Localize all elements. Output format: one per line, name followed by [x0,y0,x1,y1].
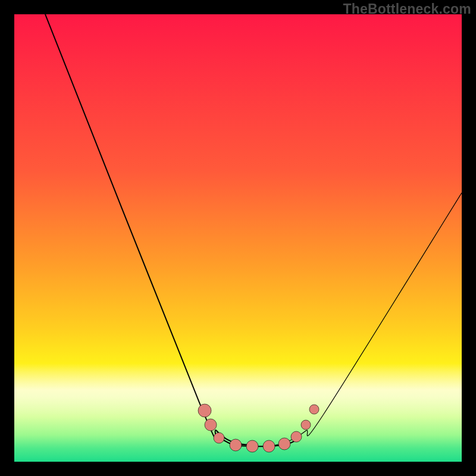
chart-svg [14,14,462,462]
marker-dot [301,420,311,430]
marker-dot [309,405,319,414]
marker-dot [214,433,224,443]
marker-group [198,404,319,452]
marker-dot [246,440,258,452]
marker-dot [230,439,242,451]
marker-dot [291,431,302,442]
marker-dot [278,438,290,450]
chart-area [14,14,462,462]
marker-dot [198,404,211,417]
marker-dot [205,419,217,431]
curve-left-branch [45,14,252,445]
marker-dot [263,440,275,452]
curve-right-branch [270,193,462,446]
